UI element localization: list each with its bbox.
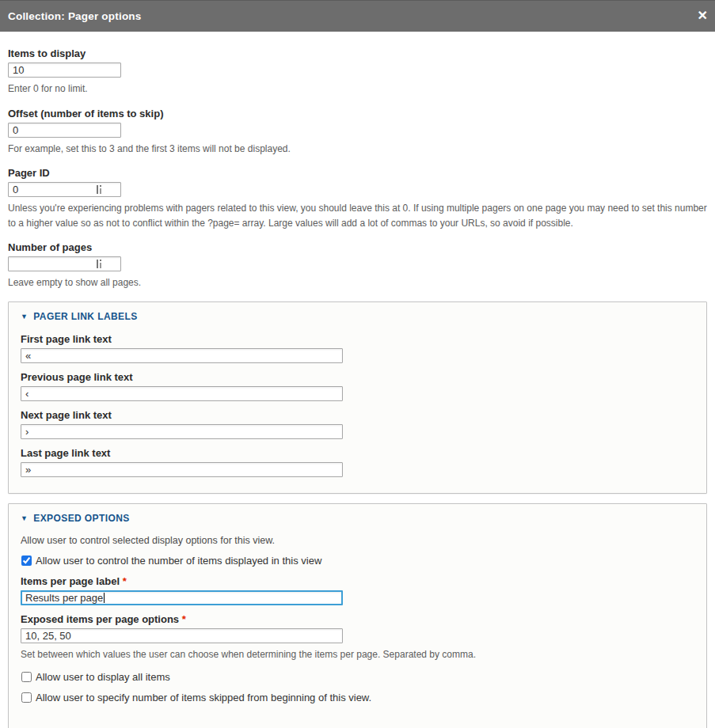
exposed-items-options-description: Set between which values the user can ch… [21,647,694,662]
display-all-checkbox-row: Allow user to display all items [21,671,694,683]
last-page-link-label: Last page link text [21,447,694,459]
pager-link-labels-legend[interactable]: ▼PAGER LINK LABELS [21,311,138,322]
exposed-options-legend[interactable]: ▼EXPOSED OPTIONS [21,513,130,524]
pager-link-labels-legend-text: PAGER LINK LABELS [33,311,137,322]
items-per-page-label-text: Items per page label [21,575,120,587]
number-spinner-icon [97,260,102,268]
skip-items-checkbox[interactable] [21,692,32,703]
last-page-link-field: Last page link text [21,447,694,477]
next-page-link-input[interactable] [21,424,343,439]
exposed-items-options-field: Exposed items per page options * Set bet… [21,613,694,662]
pager-id-description: Unless you're experiencing problems with… [8,201,707,230]
exposed-options-legend-text: EXPOSED OPTIONS [33,513,129,524]
pager-id-field: Pager ID Unless you're experiencing prob… [8,167,707,230]
items-per-page-label-input[interactable] [21,590,343,605]
items-to-display-field: Items to display Enter 0 for no limit. [8,47,707,97]
previous-page-link-label: Previous page link text [21,371,694,383]
exposed-items-options-label-text: Exposed items per page options [21,613,179,625]
number-of-pages-description: Leave empty to show all pages. [8,275,707,290]
collapse-arrow-icon: ▼ [21,514,28,522]
first-page-link-input[interactable] [21,348,343,363]
pager-id-label: Pager ID [8,167,707,179]
offset-label: Offset (number of items to skip) [8,108,707,119]
items-to-display-description: Enter 0 for no limit. [8,82,707,97]
control-items-checkbox[interactable] [21,555,32,566]
first-page-link-field: First page link text [21,333,694,363]
display-all-checkbox[interactable] [21,672,32,682]
pager-id-input[interactable] [8,182,121,197]
dialog-title: Collection: Pager options [8,10,142,22]
collapse-arrow-icon: ▼ [21,313,28,320]
previous-page-link-field: Previous page link text [21,371,694,401]
exposed-options-fieldset: ▼EXPOSED OPTIONS Allow user to control s… [8,503,707,728]
number-of-pages-field: Number of pages Leave empty to show all … [8,241,707,290]
required-asterisk: * [182,613,186,625]
required-asterisk: * [123,575,127,587]
exposed-items-options-input[interactable] [21,628,343,643]
skip-items-checkbox-row: Allow user to specify number of items sk… [21,692,694,703]
offset-field: Offset (number of items to skip) For exa… [8,108,707,157]
last-page-link-input[interactable] [21,462,343,477]
first-page-link-label: First page link text [21,333,694,345]
next-page-link-field: Next page link text [21,409,694,439]
items-to-display-label: Items to display [8,47,707,59]
control-items-checkbox-row: Allow user to control the number of item… [21,555,694,567]
pager-id-input-wrap [8,182,121,197]
exposed-options-summary: Allow user to control selected display o… [21,535,694,546]
previous-page-link-input[interactable] [21,386,343,401]
next-page-link-label: Next page link text [21,409,694,421]
items-per-page-input-wrap [21,590,343,605]
display-all-checkbox-label: Allow user to display all items [36,671,170,683]
dialog-body: Items to display Enter 0 for no limit. O… [0,32,715,728]
skip-items-checkbox-label: Allow user to specify number of items sk… [36,692,371,703]
control-items-checkbox-label: Allow user to control the number of item… [36,555,321,567]
close-icon[interactable]: ✕ [698,7,708,25]
number-of-pages-label: Number of pages [8,241,707,253]
offset-input[interactable] [8,123,121,138]
dialog-header: Collection: Pager options ✕ [0,0,715,32]
pager-options-dialog: Collection: Pager options ✕ Items to dis… [0,0,715,728]
number-of-pages-input-wrap [8,256,121,271]
number-of-pages-input[interactable] [8,256,121,271]
offset-description: For example, set this to 3 and the first… [8,142,707,157]
items-per-page-label-field: Items per page label * [21,575,694,605]
number-spinner-icon [97,185,102,194]
items-to-display-input[interactable] [8,63,121,78]
pager-link-labels-fieldset: ▼PAGER LINK LABELS First page link text … [8,301,707,494]
text-cursor [104,593,105,603]
